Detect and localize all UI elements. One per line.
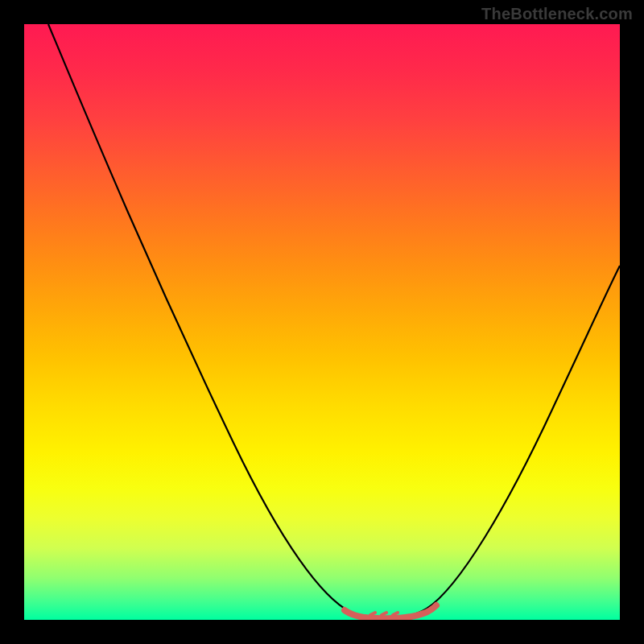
sweet-spot-band <box>345 605 436 618</box>
bottleneck-curve <box>48 24 620 618</box>
watermark-text: TheBottleneck.com <box>481 5 633 23</box>
plot-area <box>24 24 620 620</box>
chart-frame: TheBottleneck.com <box>0 0 644 644</box>
sweet-spot-tick <box>370 613 398 615</box>
bottleneck-curve-svg <box>24 24 620 620</box>
